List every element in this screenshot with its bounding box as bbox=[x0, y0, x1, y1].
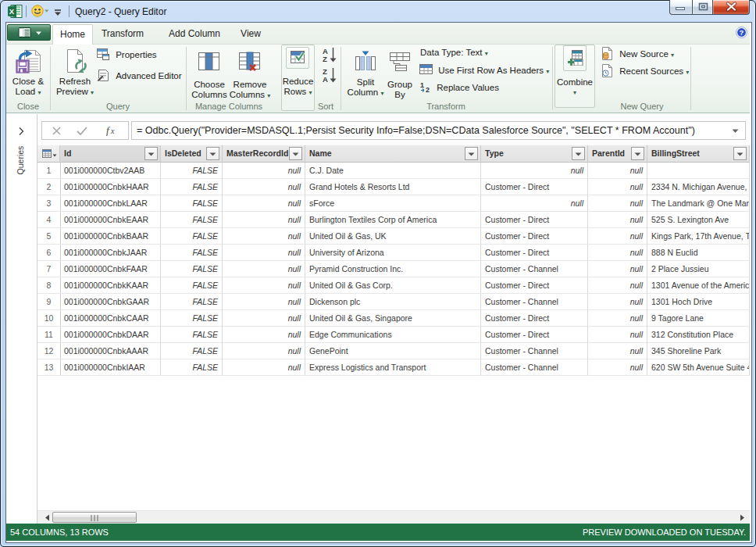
svg-text:1: 1 bbox=[420, 81, 424, 89]
svg-text:?: ? bbox=[740, 28, 744, 37]
svg-text:2: 2 bbox=[426, 86, 430, 93]
svg-text:Z: Z bbox=[323, 55, 327, 63]
svg-text:X: X bbox=[9, 7, 15, 16]
svg-text:A: A bbox=[323, 75, 328, 84]
